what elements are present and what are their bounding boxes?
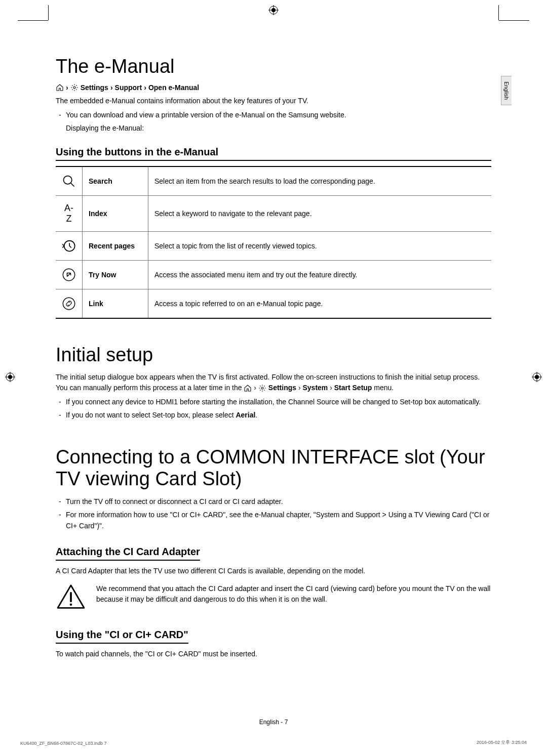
body-pre: The initial setup dialogue box appears w… xyxy=(56,373,480,392)
crop-mark xyxy=(18,20,48,21)
table-row: Try Now Access the associated menu item … xyxy=(56,260,491,289)
note-sub-text: Displaying the e-Manual: xyxy=(56,122,491,134)
warning-icon xyxy=(56,583,86,612)
link-icon xyxy=(56,289,83,318)
section-title-ci: Connecting to a COMMON INTERFACE slot (Y… xyxy=(56,446,491,490)
section-title-initial: Initial setup xyxy=(56,344,491,366)
language-tab: English xyxy=(501,76,512,105)
row-desc: Access the associated menu item and try … xyxy=(148,260,492,289)
svg-point-20 xyxy=(70,603,72,606)
note-post: . xyxy=(255,411,257,419)
row-label: Link xyxy=(83,289,148,318)
svg-point-17 xyxy=(63,298,74,309)
note-text: If you connect any device to HDMI1 befor… xyxy=(56,396,491,407)
table-row: Link Access a topic referred to on an e-… xyxy=(56,289,491,318)
note-bold: Aerial xyxy=(236,411,255,419)
body-text: A CI Card Adapter that lets the TV use t… xyxy=(56,566,491,576)
breadcrumb-text: Start Setup xyxy=(334,384,372,392)
emanual-buttons-table: Search Select an item from the search re… xyxy=(56,166,491,319)
breadcrumb-sep: › xyxy=(298,384,301,392)
row-desc: Select a keyword to navigate to the rele… xyxy=(148,195,492,231)
table-row: A-Z Index Select a keyword to navigate t… xyxy=(56,195,491,231)
row-desc: Select a topic from the list of recently… xyxy=(148,231,492,260)
breadcrumb-text: Settings xyxy=(268,384,296,392)
note-text: Turn the TV off to connect or disconnect… xyxy=(56,496,491,507)
subsection-heading: Attaching the CI Card Adapter xyxy=(56,546,200,561)
subsection-heading: Using the buttons in the e-Manual xyxy=(56,146,491,161)
crop-mark xyxy=(48,5,49,20)
crop-mark xyxy=(499,20,529,21)
row-desc: Access a topic referred to on an e-Manua… xyxy=(148,289,492,318)
history-icon xyxy=(56,231,83,260)
page-footer-center: English - 7 xyxy=(259,719,288,726)
warning-block: We recommend that you attach the CI Card… xyxy=(56,583,491,612)
section-title-emanual: The e-Manual xyxy=(56,56,491,77)
crop-mark xyxy=(498,5,499,20)
row-desc: Select an item from the search results t… xyxy=(148,166,492,196)
warning-text: We recommend that you attach the CI Card… xyxy=(96,583,491,605)
svg-point-12 xyxy=(73,87,75,89)
registration-mark-top xyxy=(268,5,279,17)
note-text: You can download and view a printable ve… xyxy=(56,109,491,120)
row-label: Search xyxy=(83,166,148,196)
breadcrumb-text: Open e-Manual xyxy=(148,83,199,92)
table-row: Search Select an item from the search re… xyxy=(56,166,491,196)
breadcrumb-text: Support xyxy=(115,83,142,92)
home-icon xyxy=(244,384,252,392)
breadcrumb-sep: › xyxy=(66,83,68,92)
breadcrumb-sep: › xyxy=(330,384,332,392)
page-footer-right: 2016-05-02 오후 3:25:04 xyxy=(477,739,527,746)
breadcrumb-text: Settings xyxy=(81,83,108,92)
row-label: Try Now xyxy=(83,260,148,289)
gear-icon xyxy=(258,384,266,392)
svg-point-13 xyxy=(64,176,72,184)
body-text: To watch paid channels, the "CI or CI+ C… xyxy=(56,649,491,659)
initial-body: The initial setup dialogue box appears w… xyxy=(56,372,491,393)
row-label: Index xyxy=(83,195,148,231)
row-label: Recent pages xyxy=(83,231,148,260)
note-text: If you do not want to select Set-top box… xyxy=(56,409,491,421)
intro-text: The embedded e-Manual contains informati… xyxy=(56,96,491,106)
note-pre: If you do not want to select Set-top box… xyxy=(66,411,236,419)
breadcrumb-sep: › xyxy=(144,83,146,92)
body-post: menu. xyxy=(374,384,394,392)
svg-point-18 xyxy=(261,387,263,389)
registration-mark-right xyxy=(532,372,542,384)
page-footer-left: KU6400_ZF_BN68-07867C-02_L03.indb 7 xyxy=(20,741,107,746)
index-icon: A-Z xyxy=(56,195,83,231)
search-icon xyxy=(56,166,83,196)
try-now-icon xyxy=(56,260,83,289)
table-row: Recent pages Select a topic from the lis… xyxy=(56,231,491,260)
breadcrumb-text: System xyxy=(302,384,328,392)
breadcrumb-emanual: › Settings › Support › Open e-Manual xyxy=(56,83,491,92)
breadcrumb-sep: › xyxy=(254,384,256,392)
subsection-heading: Using the "CI or CI+ CARD" xyxy=(56,629,188,644)
home-icon xyxy=(56,83,64,92)
svg-line-14 xyxy=(71,183,74,186)
gear-icon xyxy=(70,83,79,92)
breadcrumb-sep: › xyxy=(110,83,113,92)
note-text: For more information how to use "CI or C… xyxy=(56,509,491,532)
registration-mark-left xyxy=(5,372,15,384)
